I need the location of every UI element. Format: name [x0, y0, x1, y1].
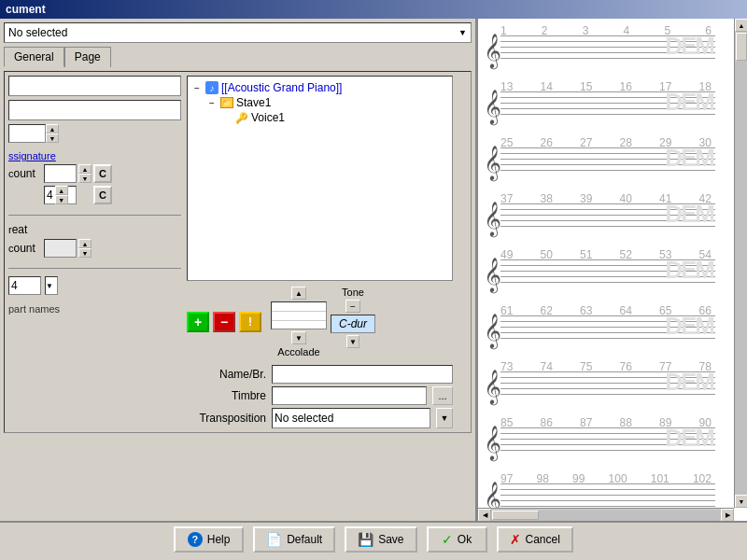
name-row: Name/Br. — [187, 365, 453, 384]
tree-item-piano[interactable]: − ♪ [[Acoustic Grand Piano]] — [191, 80, 448, 95]
divider-row: 4 ▼ — [8, 276, 181, 295]
tone-dropdown-btn[interactable]: ▼ — [346, 335, 359, 348]
repeat-label-row: reat — [8, 223, 181, 236]
scroll-down-btn[interactable]: ▼ — [735, 495, 747, 508]
treble-clef-8: 𝄞 — [484, 427, 501, 457]
score-row-4: 373839404142 𝄞 DEM — [482, 190, 743, 245]
default-icon: 📄 — [266, 532, 282, 547]
watermark-3: DEM — [665, 144, 713, 173]
score-row-3: 252627282930 𝄞 DEM — [482, 134, 743, 189]
repeat-count-label: count — [8, 242, 41, 255]
main-dropdown-arrow: ▼ — [458, 28, 467, 37]
timbre-browse-btn[interactable]: ... — [432, 386, 453, 405]
text-input-2[interactable] — [8, 100, 181, 120]
main-dropdown[interactable]: No selected ▼ — [4, 22, 472, 43]
tempo-spin-down[interactable]: ▼ — [46, 133, 59, 143]
ok-check-icon: ✓ — [442, 532, 453, 547]
left-panel: No selected ▼ General Page 60 — [0, 19, 476, 521]
treble-clef-3: 𝄞 — [484, 147, 501, 177]
tone-label: Tone — [342, 287, 364, 298]
watermark-6: DEM — [665, 312, 713, 341]
tree-expand-2[interactable]: − — [206, 98, 218, 108]
transposition-label: Transposition — [187, 412, 266, 425]
count-label: count — [8, 167, 41, 180]
score-row-6: 616263646566 𝄞 DEM — [482, 302, 743, 357]
tab-page[interactable]: Page — [64, 47, 111, 67]
tempo-row: 60 ▲ ▼ — [8, 124, 181, 143]
count-top-up[interactable]: ▲ — [78, 164, 92, 174]
add-button[interactable]: + — [187, 312, 209, 332]
tempo-input[interactable]: 60 — [8, 124, 46, 143]
transposition-dropdown-arrow[interactable]: ▼ — [436, 408, 453, 428]
transposition-value: No selected — [275, 412, 333, 425]
c-button-2[interactable]: C — [93, 186, 112, 204]
tree-expand-1[interactable]: − — [191, 83, 203, 93]
score-row-7: 737475767778 𝄞 DEM — [482, 358, 743, 413]
watermark-4: DEM — [665, 200, 713, 229]
main-dropdown-value: No selected — [8, 26, 67, 39]
title-bar: cument — [0, 0, 747, 19]
default-button[interactable]: 📄 Default — [253, 526, 335, 553]
hscroll-track[interactable] — [491, 510, 721, 521]
ok-button[interactable]: ✓ Ok — [427, 526, 487, 553]
properties-grid: Name/Br. Timbre Acoustic Grand Piano ...… — [187, 365, 453, 428]
tree-item-stave[interactable]: − 📁 Stave1 — [206, 95, 448, 110]
scroll-up-btn[interactable]: ▲ — [735, 19, 747, 32]
count-bot-up[interactable]: ▲ — [55, 186, 68, 195]
repeat-down[interactable]: ▼ — [78, 248, 92, 258]
transposition-dropdown[interactable]: No selected — [272, 408, 430, 428]
cancel-x-icon: ✗ — [510, 532, 521, 547]
tree-panel: − ♪ [[Acoustic Grand Piano]] − 📁 Stave1 … — [187, 76, 453, 428]
help-button[interactable]: ? Help — [174, 526, 244, 553]
timbre-row: Timbre Acoustic Grand Piano ... — [187, 386, 453, 405]
tree-item-piano-label: [[Acoustic Grand Piano]] — [221, 81, 342, 94]
hscroll-right-btn[interactable]: ▶ — [721, 509, 734, 522]
title-text: cument — [6, 3, 46, 16]
scroll-track[interactable] — [735, 32, 747, 495]
accolade-tone-area: ▲ ▼ Accolade Tone − — [271, 287, 375, 357]
hscroll-left-btn[interactable]: ◀ — [478, 509, 491, 522]
remove-button[interactable]: − — [213, 312, 235, 332]
name-input[interactable] — [272, 365, 453, 384]
signature-label: ssignature — [8, 150, 181, 161]
folder-icon: 📁 — [220, 97, 233, 108]
count-bot-down[interactable]: ▼ — [55, 195, 68, 204]
scroll-thumb[interactable] — [736, 33, 747, 61]
count-row-2: 4 ▲ ▼ C — [8, 186, 181, 204]
hscroll-thumb[interactable] — [492, 511, 539, 520]
tempo-spinbox: 60 ▲ ▼ — [8, 124, 59, 143]
accolade-control: ▲ ▼ Accolade — [271, 287, 327, 357]
tree-item-stave-label: Stave1 — [236, 96, 271, 109]
repeat-up[interactable]: ▲ — [78, 239, 92, 248]
treble-clef-1: 𝄞 — [484, 35, 501, 65]
tree-item-voice-label: Voice1 — [251, 111, 285, 124]
accolade-up-btn[interactable]: ▲ — [291, 287, 306, 300]
dropdown-bar: No selected ▼ — [4, 22, 472, 43]
repeat-count-input[interactable]: 0 — [44, 239, 77, 258]
form-panel: 60 ▲ ▼ ssignature count — [8, 76, 181, 428]
timbre-input[interactable]: Acoustic Grand Piano — [272, 386, 427, 405]
count-top-down[interactable]: ▼ — [78, 174, 92, 183]
treble-clef-6: 𝄞 — [484, 315, 501, 345]
cancel-button[interactable]: ✗ Cancel — [497, 526, 573, 553]
text-input-1[interactable] — [8, 76, 181, 96]
tone-minus-btn[interactable]: − — [345, 300, 360, 313]
tempo-spin-up[interactable]: ▲ — [46, 124, 59, 133]
watermark-5: DEM — [665, 256, 713, 285]
c-button-1[interactable]: C — [93, 164, 112, 183]
tab-general[interactable]: General — [4, 47, 64, 67]
timbre-label: Timbre — [187, 389, 266, 402]
exclaim-button[interactable]: ! — [239, 312, 261, 332]
count-row-1: count 4 ▲ ▼ C — [8, 164, 181, 183]
count-input-top[interactable]: 4 — [44, 164, 77, 183]
key-icon: 🔑 — [235, 111, 248, 124]
score-row-8: 858687888990 𝄞 DEM — [482, 414, 743, 469]
watermark-7: DEM — [665, 368, 713, 397]
accolade-down-btn[interactable]: ▼ — [291, 331, 306, 344]
signature-section: ssignature count 4 ▲ ▼ C — [8, 150, 181, 207]
treble-clef-4: 𝄞 — [484, 203, 501, 233]
divider-value: 4 — [11, 279, 18, 292]
save-button[interactable]: 💾 Save — [345, 526, 416, 553]
tree-item-voice[interactable]: 🔑 Voice1 — [221, 110, 448, 125]
divider-dropdown[interactable]: ▼ — [45, 276, 58, 295]
